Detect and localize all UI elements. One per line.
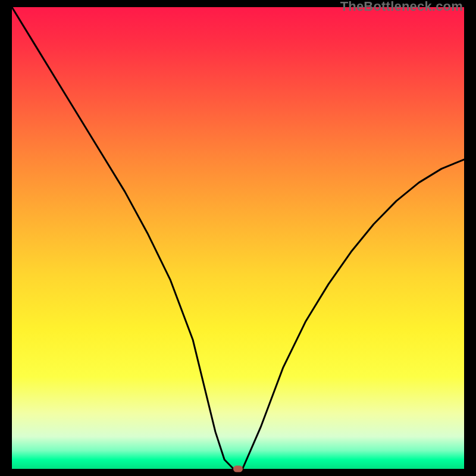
chart-frame: TheBottleneck.com: [0, 0, 476, 476]
minimum-marker: [233, 466, 243, 472]
plot-area: [12, 7, 464, 469]
bottleneck-curve: [12, 7, 464, 469]
curve-svg: [12, 7, 464, 469]
watermark-text: TheBottleneck.com: [340, 0, 463, 14]
